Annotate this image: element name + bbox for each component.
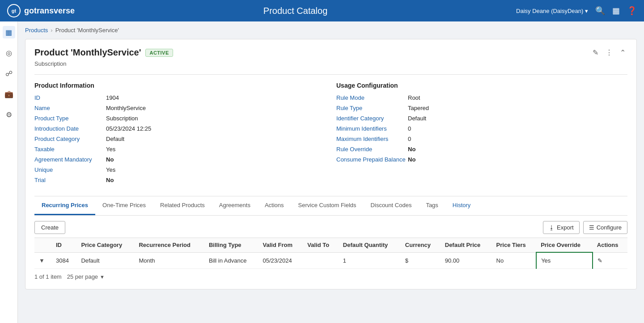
info-row-unique: Unique Yes: [34, 166, 326, 173]
per-page-chevron[interactable]: ▼: [100, 274, 105, 280]
info-row-identifier-category: Identifier Category Default: [336, 115, 627, 122]
label-min-identifiers: Minimum Identifiers: [336, 125, 408, 132]
configure-icon: ☰: [589, 224, 594, 231]
tab-agreements[interactable]: Agreements: [212, 196, 258, 215]
value-max-identifiers: 0: [408, 136, 627, 142]
row-default-price: 90.00: [441, 252, 492, 269]
tab-service-custom-fields[interactable]: Service Custom Fields: [291, 196, 364, 215]
breadcrumb: Products › Product 'MonthlyService': [25, 27, 637, 34]
value-consume-prepaid: No: [408, 156, 627, 163]
product-header: Product 'MonthlyService' ACTIVE ✎ ⋮ ⌃: [34, 47, 627, 59]
divider: [34, 74, 627, 75]
info-row-intro-date: Introduction Date 05/23/2024 12:25: [34, 125, 326, 132]
col-currency: Currency: [401, 238, 441, 253]
table-header: ID Price Category Recurrence Period Bill…: [34, 238, 627, 253]
info-row-consume-prepaid: Consume Prepaid Balance No: [336, 156, 627, 163]
col-valid-from: Valid From: [258, 238, 303, 253]
sidebar-icon-briefcase[interactable]: 💼: [3, 88, 15, 100]
edit-icon[interactable]: ✎: [591, 47, 600, 59]
label-trial: Trial: [34, 177, 106, 183]
row-expand[interactable]: ▼: [34, 252, 51, 269]
pagination: 1 of 1 item 25 per page ▼: [34, 269, 627, 282]
app-logo[interactable]: gt gotransverse: [7, 4, 75, 17]
value-min-identifiers: 0: [408, 125, 627, 132]
tab-actions[interactable]: Actions: [258, 196, 291, 215]
sidebar-icon-dashboard[interactable]: ▦: [3, 26, 15, 38]
more-options-icon[interactable]: ⋮: [604, 47, 614, 59]
sidebar-icon-target[interactable]: ◎: [3, 47, 15, 59]
user-menu[interactable]: Daisy Deane (DaisyDean) ▾: [516, 8, 588, 14]
label-intro-date: Introduction Date: [34, 125, 106, 132]
col-price-category: Price Category: [76, 238, 134, 253]
tab-related-products[interactable]: Related Products: [153, 196, 212, 215]
value-rule-mode: Root: [408, 94, 627, 101]
row-valid-from: 05/23/2024: [258, 252, 303, 269]
info-row-taxable: Taxable Yes: [34, 146, 326, 153]
breadcrumb-products[interactable]: Products: [25, 27, 48, 34]
info-row-max-identifiers: Maximum Identifiers 0: [336, 136, 627, 142]
info-row-rule-mode: Rule Mode Root: [336, 94, 627, 101]
logo-circle: gt: [7, 4, 21, 17]
grid-icon[interactable]: ▦: [612, 6, 620, 16]
product-header-actions: ✎ ⋮ ⌃: [591, 47, 627, 59]
value-taxable: Yes: [106, 146, 326, 153]
row-price-override: Yes: [536, 252, 593, 269]
table-body: ▼ 3084 Default Month Bill in Advance 05/…: [34, 252, 627, 269]
pagination-summary: 1 of 1 item: [34, 273, 62, 280]
export-button[interactable]: ⭳ Export: [543, 221, 580, 234]
tab-tags[interactable]: Tags: [419, 196, 445, 215]
label-name: Name: [34, 105, 106, 111]
row-billing-type: Bill in Advance: [204, 252, 258, 269]
page-title: Product Catalog: [75, 6, 516, 16]
tabs: Recurring Prices One-Time Prices Related…: [34, 196, 627, 216]
info-row-rule-override: Rule Override No: [336, 146, 627, 153]
sidebar-icon-settings[interactable]: ⚙: [3, 108, 15, 121]
row-price-category[interactable]: Default: [76, 252, 134, 269]
label-unique: Unique: [34, 166, 106, 173]
col-price-override: Price Override: [536, 238, 593, 253]
label-max-identifiers: Maximum Identifiers: [336, 136, 408, 142]
value-name: MonthlyService: [106, 105, 326, 111]
row-recurrence-period[interactable]: Month: [134, 252, 204, 269]
sidebar-icon-tag[interactable]: ☍: [3, 67, 15, 80]
product-info-title: Product Information: [34, 82, 326, 89]
tabs-container: Recurring Prices One-Time Prices Related…: [34, 196, 627, 282]
create-button[interactable]: Create: [34, 221, 65, 234]
configure-button[interactable]: ☰ Configure: [583, 221, 627, 234]
col-actions: Actions: [593, 238, 627, 253]
product-title: Product 'MonthlyService': [34, 47, 141, 58]
row-default-quantity: 1: [339, 252, 401, 269]
tab-recurring-prices[interactable]: Recurring Prices: [34, 196, 95, 215]
tab-history[interactable]: History: [445, 196, 478, 215]
label-consume-prepaid: Consume Prepaid Balance: [336, 156, 408, 163]
col-default-price: Default Price: [441, 238, 492, 253]
collapse-icon[interactable]: ⌃: [618, 47, 627, 59]
col-recurrence-period: Recurrence Period: [134, 238, 204, 253]
col-expand: [34, 238, 51, 253]
value-product-type: Subscription: [106, 115, 326, 122]
info-row-agreement: Agreement Mandatory No: [34, 156, 326, 163]
product-info-section: Product Information ID 1904 Name Monthly…: [34, 82, 326, 187]
label-agreement: Agreement Mandatory: [34, 156, 106, 163]
row-actions[interactable]: ✎: [593, 252, 627, 269]
label-rule-override: Rule Override: [336, 146, 408, 153]
value-agreement: No: [106, 156, 326, 163]
table-actions-right: ⭳ Export ☰ Configure: [543, 221, 627, 234]
col-billing-type: Billing Type: [204, 238, 258, 253]
product-title-group: Product 'MonthlyService' ACTIVE: [34, 47, 173, 58]
tab-discount-codes[interactable]: Discount Codes: [364, 196, 419, 215]
info-grid: Product Information ID 1904 Name Monthly…: [34, 82, 627, 187]
value-rule-override: No: [408, 146, 627, 153]
label-rule-type: Rule Type: [336, 105, 408, 111]
search-icon[interactable]: 🔍: [595, 6, 605, 16]
top-navigation: gt gotransverse Product Catalog Daisy De…: [0, 0, 644, 21]
info-row-min-identifiers: Minimum Identifiers 0: [336, 125, 627, 132]
usage-config-title: Usage Configuration: [336, 82, 627, 89]
tab-one-time-prices[interactable]: One-Time Prices: [95, 196, 153, 215]
label-identifier-category: Identifier Category: [336, 115, 408, 122]
row-id[interactable]: 3084: [51, 252, 76, 269]
row-price-tiers: No: [492, 252, 537, 269]
table-row: ▼ 3084 Default Month Bill in Advance 05/…: [34, 252, 627, 269]
help-icon[interactable]: ❓: [627, 6, 637, 16]
per-page-select[interactable]: 25 per page ▼: [67, 273, 105, 280]
